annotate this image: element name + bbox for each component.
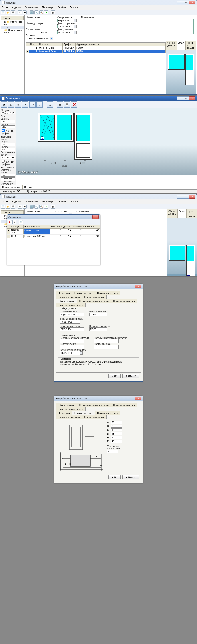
table-row[interactable]: 1 Окно на кухню PROPLEX ROTO: [26, 46, 166, 50]
order-dog-input[interactable]: [26, 25, 48, 28]
col-qty[interactable]: оличеств: [88, 43, 166, 46]
save-icon[interactable]: 💾: [11, 10, 15, 14]
table-row[interactable]: ▸ 2 балконный блок... PROPLEX ROTO: [26, 50, 166, 53]
add-icon[interactable]: ✚: [23, 204, 27, 208]
tool-c[interactable]: ⊞: [15, 101, 21, 108]
chevron-down-icon[interactable]: ▾: [74, 25, 77, 28]
ok-button[interactable]: ✔ OK: [108, 475, 120, 480]
param-c-input[interactable]: [111, 428, 122, 432]
minimize-button[interactable]: —: [177, 1, 183, 4]
tool-save-icon[interactable]: 💾: [64, 101, 70, 108]
param-e-input[interactable]: [111, 436, 122, 439]
impost-input[interactable]: [1, 174, 15, 176]
hammer-icon[interactable]: 🔨: [39, 204, 43, 208]
minimize-button[interactable]: —: [177, 195, 183, 198]
param-a-input[interactable]: [111, 421, 122, 424]
status-select[interactable]: [57, 19, 74, 22]
tab-other[interactable]: Прочие параметры: [82, 295, 107, 299]
calendar-icon[interactable]: ▾: [80, 352, 83, 354]
open-confirm-input[interactable]: [60, 345, 84, 349]
menu-order[interactable]: Заказ: [1, 6, 9, 9]
close-button[interactable]: ✕: [135, 285, 142, 288]
refresh-icon[interactable]: 🔄: [30, 204, 34, 208]
order-num-input[interactable]: [26, 19, 48, 22]
rebuild-button[interactable]: Уровнять проёмы: [1, 178, 15, 182]
menu-params[interactable]: Параметры: [41, 6, 55, 9]
identifier-input[interactable]: [90, 313, 107, 316]
table-row[interactable]: ▸ ОТЛИВ 180 Отлив 180 мм 1 1.4 0 42: [7, 228, 100, 234]
order-cust-input[interactable]: [26, 37, 50, 40]
donor-check[interactable]: Донный профиль: [1, 130, 14, 135]
tool-delete-icon[interactable]: ✕: [71, 101, 78, 108]
firm-input[interactable]: [60, 320, 80, 324]
col-art[interactable]: Артикул: [10, 225, 24, 228]
new-icon[interactable]: 📄: [1, 204, 5, 208]
tab-prices-fill[interactable]: Цены на заполнения: [111, 403, 137, 407]
tab-furniture[interactable]: Фурнитура: [56, 291, 72, 295]
subtab-sash[interactable]: Створки: [23, 185, 34, 189]
close-button[interactable]: ✕: [189, 96, 196, 100]
col-name[interactable]: Наименование: [24, 225, 50, 228]
order-sum-input[interactable]: [26, 31, 48, 34]
col-cost[interactable]: Стоимость: [82, 225, 100, 228]
donor2-check[interactable]: Донный профиль: [1, 160, 14, 166]
tab-prices-main[interactable]: Цены на основные профили: [77, 299, 111, 303]
close-button[interactable]: ✕: [189, 1, 196, 4]
tab-general[interactable]: Общие данные: [166, 41, 177, 50]
close-button[interactable]: ✕: [189, 195, 196, 198]
menu-reports[interactable]: Отчёты: [57, 6, 67, 9]
doc-icon[interactable]: ▤: [51, 204, 55, 208]
maximize-button[interactable]: ▭: [183, 195, 189, 198]
menu-refs[interactable]: Справочники: [24, 6, 39, 9]
tree-folder-phys[interactable]: ⊟ 📁 Физические лица: [1, 20, 24, 26]
ok-button[interactable]: ✔ OK: [108, 374, 120, 378]
tab-frame[interactable]: Параметры рамы: [72, 291, 95, 295]
table-row[interactable]: П300 Подоконник 300 мм 1 1.4 0 98: [7, 234, 100, 238]
tool-plain-icon[interactable]: ▢: [47, 101, 53, 108]
menu-refs[interactable]: Справочники: [24, 200, 39, 203]
refresh-icon[interactable]: 🔄: [30, 10, 34, 14]
tree-folder-jur[interactable]: 📁 Юридические лица: [1, 29, 24, 34]
plastic-name-input[interactable]: [60, 328, 84, 331]
tab-general-data[interactable]: Общие данные: [56, 299, 77, 303]
tool-open-icon[interactable]: ↗: [22, 101, 28, 108]
money-icon[interactable]: $: [44, 204, 48, 208]
tool-rect-icon[interactable]: ▭: [29, 101, 36, 108]
tool-b[interactable]: ◫: [8, 101, 14, 108]
close-button[interactable]: ✕: [135, 397, 142, 400]
tab-impost[interactable]: Параметры импоста: [56, 295, 82, 299]
tab-sketch[interactable]: Эскиз: [177, 41, 186, 50]
menu-reports[interactable]: Отчёты: [57, 200, 67, 203]
col-name[interactable]: Название: [38, 43, 63, 46]
tool-a[interactable]: ▣: [1, 101, 7, 108]
cut-icon[interactable]: ✂: [18, 204, 22, 208]
cancel-button[interactable]: ✖ Отмена: [122, 475, 140, 480]
license-date-input[interactable]: [60, 351, 80, 355]
col-qty[interactable]: Количество: [50, 225, 62, 228]
menu-help[interactable]: Помощь: [69, 200, 80, 203]
acc-edit-icon[interactable]: ✎: [12, 220, 16, 224]
new-icon[interactable]: 📄: [1, 10, 5, 14]
tree-leaf-5[interactable]: ▫ 5: [1, 26, 24, 29]
cut-icon[interactable]: ✂: [18, 10, 22, 14]
tab-prices-other[interactable]: Цены на прочие детали: [56, 407, 86, 411]
col-num[interactable]: Номер: [29, 43, 38, 46]
tab-sash[interactable]: Параметры створки: [95, 291, 120, 295]
param-f-input[interactable]: [111, 440, 122, 443]
shorten-input[interactable]: [107, 450, 118, 453]
doc-icon[interactable]: ▤: [51, 10, 55, 14]
wrench-icon[interactable]: 🔧: [34, 10, 38, 14]
module-select[interactable]: Торус - PROPLEX: [1, 112, 15, 114]
tab-prices-fill[interactable]: Цены на заполнения: [111, 299, 137, 303]
add-icon[interactable]: ✚: [23, 10, 27, 14]
open-password-input[interactable]: [60, 339, 84, 343]
acc-copy-icon[interactable]: 📋: [19, 220, 23, 224]
tab-other[interactable]: Прочие параметры: [82, 415, 107, 419]
tab-sash[interactable]: Параметры створки: [95, 411, 120, 415]
col-prof[interactable]: Профиль: [63, 43, 76, 46]
tab-prices[interactable]: Цены и скидки: [186, 41, 196, 50]
open-icon[interactable]: 📂: [6, 10, 10, 14]
menu-product[interactable]: Изделие: [11, 200, 22, 203]
chevron-down-icon[interactable]: ▾: [74, 19, 77, 22]
tab-frame[interactable]: Параметры рамы: [72, 411, 95, 415]
